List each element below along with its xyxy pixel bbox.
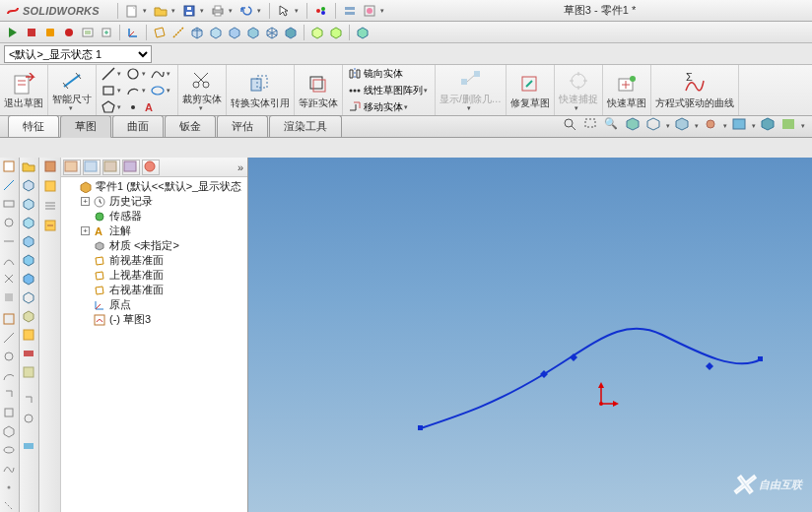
s13[interactable] <box>22 412 37 427</box>
tab-render[interactable]: 渲染工具 <box>269 115 342 137</box>
t15[interactable] <box>2 462 18 478</box>
trim-button[interactable]: 裁剪实体 ▾ <box>178 65 227 115</box>
zoom-fit-button[interactable] <box>563 117 582 135</box>
options-button[interactable] <box>341 2 359 20</box>
ellipse-icon[interactable] <box>150 83 166 98</box>
iso4-button[interactable] <box>244 24 262 41</box>
wireframe-button[interactable] <box>263 24 281 41</box>
section-view-button[interactable] <box>625 117 644 135</box>
display-style-button[interactable] <box>674 117 694 135</box>
fm3[interactable] <box>43 199 57 215</box>
s2[interactable] <box>22 197 37 213</box>
t4[interactable] <box>2 253 18 269</box>
tree-root[interactable]: 零件1 (默认<<默认>_显示状态 <box>63 179 247 194</box>
rectangle-icon[interactable] <box>101 83 116 98</box>
tab-feature[interactable]: 特征 <box>8 115 59 137</box>
s4[interactable] <box>22 234 37 250</box>
move-icon[interactable] <box>347 99 363 115</box>
dropdown-icon[interactable]: ▾ <box>380 7 387 15</box>
tree-tab-4[interactable] <box>122 160 140 175</box>
t11[interactable] <box>2 387 18 403</box>
t12[interactable] <box>2 406 18 421</box>
sketch-btn[interactable] <box>2 160 18 175</box>
s7[interactable] <box>22 290 37 306</box>
display-state-select[interactable]: <默认>_显示状态 1 <box>4 45 152 63</box>
t9[interactable] <box>2 350 18 365</box>
s3[interactable] <box>22 216 37 231</box>
circle-icon[interactable] <box>125 66 141 82</box>
t10[interactable] <box>2 368 18 384</box>
t1[interactable] <box>2 197 18 213</box>
s12[interactable] <box>22 393 37 409</box>
t16[interactable] <box>2 480 18 496</box>
tree-annotations[interactable]: +A注解 <box>63 224 247 238</box>
tree-tab-2[interactable] <box>83 160 101 175</box>
shaded-button[interactable] <box>282 24 300 41</box>
smart-dimension-button[interactable]: 智能尺寸 ▾ <box>48 65 97 115</box>
zoom-area-button[interactable] <box>583 117 603 135</box>
spline-icon[interactable] <box>150 66 166 82</box>
s11[interactable] <box>22 365 37 381</box>
new-macro-button[interactable] <box>98 24 115 41</box>
dropdown-icon[interactable]: ▾ <box>143 7 150 15</box>
tree-sensors[interactable]: 传感器 <box>63 209 247 224</box>
pattern-icon[interactable] <box>347 83 363 98</box>
line-icon[interactable] <box>101 66 116 82</box>
origin-triad-button[interactable] <box>124 24 142 41</box>
s5[interactable] <box>22 253 37 269</box>
prev-view-button[interactable]: 🔍 <box>604 117 624 135</box>
polygon-icon[interactable] <box>101 99 116 115</box>
t7[interactable] <box>2 312 18 328</box>
tree-tab-5[interactable] <box>142 160 160 175</box>
display-delete-button[interactable]: 显示/删除几… ▾ <box>436 65 507 115</box>
scene-button[interactable] <box>731 117 751 135</box>
feature-tree[interactable]: 零件1 (默认<<默认>_显示状态 +历史记录 传感器 +A注解 材质 <未指定… <box>61 177 247 512</box>
tree-front-plane[interactable]: 前视基准面 <box>63 253 247 268</box>
fm1[interactable] <box>43 160 57 175</box>
tree-right-plane[interactable]: 右视基准面 <box>63 283 247 297</box>
appearance-button[interactable] <box>361 2 378 20</box>
new-button[interactable] <box>123 2 141 20</box>
s8[interactable] <box>22 309 37 325</box>
dropdown-icon[interactable]: ▾ <box>257 7 264 15</box>
dropdown-icon[interactable]: ▾ <box>69 104 76 112</box>
tree-sketch3[interactable]: (-) 草图3 <box>63 312 247 327</box>
t5[interactable] <box>2 272 18 288</box>
tab-evaluate[interactable]: 评估 <box>217 115 268 137</box>
tree-origin[interactable]: 原点 <box>63 297 247 312</box>
iso2-button[interactable] <box>207 24 225 41</box>
open-button[interactable] <box>152 2 169 20</box>
play-macro-button[interactable] <box>4 24 22 41</box>
tab-surface[interactable]: 曲面 <box>112 115 164 137</box>
dropdown-icon[interactable]: ▾ <box>200 7 207 15</box>
folder-icon[interactable] <box>22 160 37 175</box>
quick-snap-button[interactable]: 快速捕捉 ▾ <box>555 65 603 115</box>
mirror-icon[interactable] <box>347 66 363 82</box>
s6[interactable] <box>22 272 37 288</box>
rapid-sketch-button[interactable]: 快速草图 <box>603 65 651 115</box>
cube1-button[interactable] <box>308 24 326 41</box>
exit-sketch-button[interactable]: 退出草图 <box>0 65 48 115</box>
dropdown-icon[interactable]: ▾ <box>199 104 206 112</box>
tree-top-plane[interactable]: 上视基准面 <box>63 268 247 283</box>
tab-sketch[interactable]: 草图 <box>60 115 111 138</box>
arc-icon[interactable] <box>125 83 141 98</box>
render-button[interactable] <box>780 117 800 135</box>
fm4[interactable] <box>43 219 57 234</box>
convert-button[interactable]: 转换实体引用 <box>227 65 295 115</box>
offset-button[interactable]: 等距实体 <box>295 65 343 115</box>
rebuild-button[interactable] <box>312 2 330 20</box>
viewcube-button[interactable] <box>760 117 779 135</box>
select-button[interactable] <box>275 2 293 20</box>
expand-icon[interactable]: + <box>81 197 90 206</box>
iso3-button[interactable] <box>226 24 243 41</box>
cube3-button[interactable] <box>354 24 372 41</box>
s14[interactable] <box>22 439 37 455</box>
s10[interactable] <box>22 347 37 362</box>
view-orient-button[interactable] <box>645 117 665 135</box>
save-button[interactable] <box>180 2 198 20</box>
dim-btn[interactable] <box>2 178 18 194</box>
graphics-viewport[interactable]: ✕ 自由互联 <box>248 158 812 512</box>
tree-tab-1[interactable] <box>63 160 81 175</box>
dropdown-icon[interactable]: ▾ <box>229 7 236 15</box>
